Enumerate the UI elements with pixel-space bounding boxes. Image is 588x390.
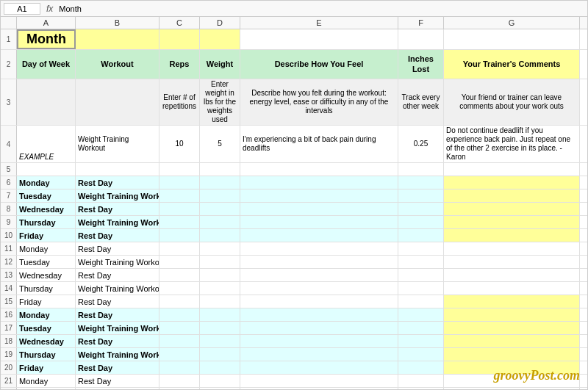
cell-b2[interactable]: Workout [76, 50, 159, 79]
cell-b4[interactable]: Weight Training Workout [76, 126, 159, 162]
cell-g2[interactable]: Your Trainer's Comments [444, 50, 580, 79]
cell-c[interactable] [159, 335, 200, 347]
cell-g[interactable] [444, 203, 580, 215]
cell-e[interactable] [240, 256, 398, 268]
cell-f[interactable] [398, 375, 444, 387]
cell-a[interactable]: Tuesday [17, 189, 76, 202]
cell-e2[interactable]: Describe How You Feel [240, 50, 398, 79]
cell-d4[interactable]: 5 [200, 126, 240, 162]
cell-b[interactable]: Rest Day [76, 295, 159, 308]
cell-a2[interactable]: Day of Week [17, 50, 76, 79]
cell-a[interactable]: Monday [17, 308, 76, 321]
cell-e[interactable] [240, 163, 398, 176]
cell-d[interactable] [200, 361, 240, 374]
cell-b[interactable]: Rest Day [76, 269, 159, 281]
cell-g3[interactable]: Your friend or trainer can leave comment… [444, 79, 580, 125]
col-header-g[interactable]: G [444, 17, 580, 29]
cell-d[interactable] [200, 322, 240, 334]
cell-b[interactable]: Rest Day [76, 203, 159, 215]
cell-f[interactable] [398, 189, 444, 202]
cell-e[interactable] [240, 308, 398, 321]
cell-a[interactable]: Thursday [17, 348, 76, 361]
cell-f[interactable] [398, 388, 444, 389]
cell-g[interactable] [444, 388, 580, 389]
cell-f[interactable] [398, 242, 444, 255]
cell-f[interactable] [398, 229, 444, 242]
cell-d[interactable] [200, 189, 240, 202]
cell-c[interactable] [159, 295, 200, 308]
cell-a[interactable]: Monday [17, 375, 76, 387]
cell-e[interactable] [240, 335, 398, 347]
cell-b[interactable]: Weight Training Workout [76, 388, 159, 389]
cell-d2[interactable]: Weight [200, 50, 240, 79]
cell-g[interactable] [444, 322, 580, 334]
cell-a[interactable] [17, 163, 76, 176]
cell-f[interactable] [398, 361, 444, 374]
cell-b[interactable]: Rest Day [76, 335, 159, 347]
cell-c[interactable] [159, 163, 200, 176]
cell-e[interactable] [240, 216, 398, 228]
cell-a[interactable]: Friday [17, 361, 76, 374]
col-header-e[interactable]: E [240, 17, 398, 29]
cell-e[interactable] [240, 176, 398, 189]
cell-f[interactable] [398, 308, 444, 321]
cell-a[interactable]: Tuesday [17, 256, 76, 268]
cell-a[interactable]: Tuesday [17, 322, 76, 334]
cell-e[interactable] [240, 269, 398, 281]
cell-c[interactable] [159, 216, 200, 228]
cell-b[interactable]: Weight Training Workout [76, 282, 159, 295]
cell-e[interactable] [240, 282, 398, 295]
cell-g[interactable] [444, 348, 580, 361]
cell-b[interactable]: Rest Day [76, 242, 159, 255]
cell-b[interactable]: Rest Day [76, 176, 159, 189]
cell-c[interactable] [159, 361, 200, 374]
cell-a[interactable]: Wednesday [17, 335, 76, 347]
cell-b[interactable]: Rest Day [76, 361, 159, 374]
cell-c3[interactable]: Enter # of repetitions [159, 79, 200, 125]
cell-c[interactable] [159, 189, 200, 202]
cell-d[interactable] [200, 163, 240, 176]
cell-f1[interactable] [398, 29, 444, 49]
cell-d1[interactable] [200, 29, 240, 49]
cell-a[interactable]: Thursday [17, 216, 76, 228]
cell-a3[interactable] [17, 79, 76, 125]
cell-f[interactable] [398, 322, 444, 334]
cell-b[interactable]: Weight Training Workout [76, 348, 159, 361]
cell-f[interactable] [398, 269, 444, 281]
cell-g[interactable] [444, 242, 580, 255]
cell-d[interactable] [200, 282, 240, 295]
col-header-c[interactable]: C [159, 17, 200, 29]
cell-a[interactable]: Wednesday [17, 269, 76, 281]
cell-c[interactable] [159, 269, 200, 281]
cell-b[interactable]: Rest Day [76, 375, 159, 387]
cell-g[interactable] [444, 229, 580, 242]
cell-e[interactable] [240, 388, 398, 389]
cell-d[interactable] [200, 308, 240, 321]
cell-g4[interactable]: Do not continue deadlift if you experien… [444, 126, 580, 162]
cell-c[interactable] [159, 229, 200, 242]
cell-d[interactable] [200, 242, 240, 255]
cell-f[interactable] [398, 216, 444, 228]
cell-c[interactable] [159, 203, 200, 215]
cell-d[interactable] [200, 295, 240, 308]
cell-b[interactable]: Weight Training Workout [76, 322, 159, 334]
cell-e[interactable] [240, 189, 398, 202]
cell-e[interactable] [240, 242, 398, 255]
cell-g[interactable] [444, 163, 580, 176]
cell-b[interactable]: Weight Training Workout [76, 189, 159, 202]
cell-d[interactable] [200, 256, 240, 268]
cell-d[interactable] [200, 388, 240, 389]
cell-b1[interactable] [76, 29, 159, 49]
cell-c[interactable] [159, 348, 200, 361]
cell-c2[interactable]: Reps [159, 50, 200, 79]
cell-e[interactable] [240, 348, 398, 361]
cell-f[interactable] [398, 335, 444, 347]
cell-d[interactable] [200, 176, 240, 189]
cell-e[interactable] [240, 322, 398, 334]
cell-f[interactable] [398, 163, 444, 176]
cell-d[interactable] [200, 216, 240, 228]
cell-c[interactable] [159, 176, 200, 189]
cell-b[interactable]: Weight Training Workout [76, 256, 159, 268]
cell-a[interactable]: Thursday [17, 282, 76, 295]
cell-f4[interactable]: 0.25 [398, 126, 444, 162]
